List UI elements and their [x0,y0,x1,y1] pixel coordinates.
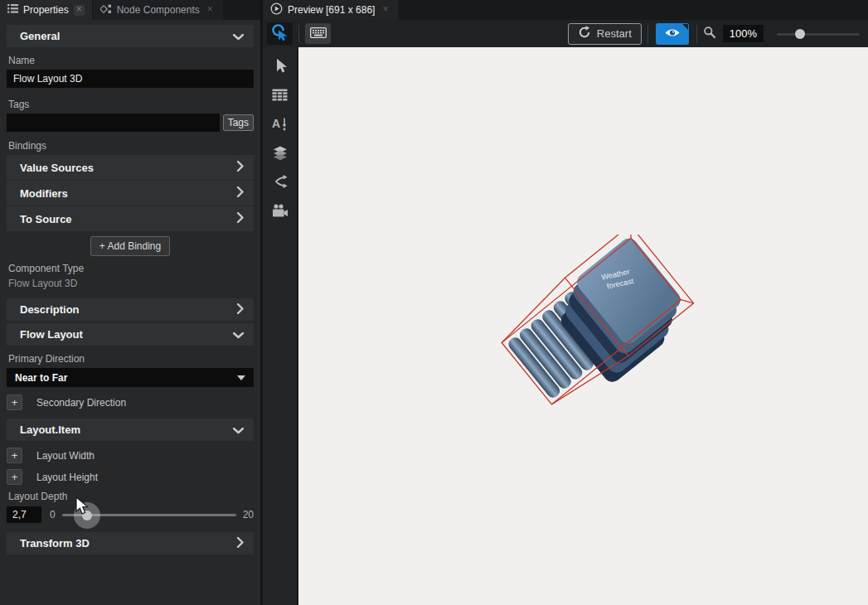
name-input[interactable] [7,70,254,88]
layout-width-label: Layout Width [36,450,95,462]
layout-depth-max: 20 [243,509,254,520]
secondary-direction-label: Secondary Direction [36,397,126,409]
preview-toolstrip: A [263,47,298,605]
chevron-right-icon [237,211,244,226]
binding-row-value-sources[interactable]: Value Sources [7,155,254,180]
layers-tool-icon[interactable] [271,143,289,162]
preview-panel: Preview [691 x 686] × [263,0,868,605]
tab-node-components-label: Node Components [117,4,200,16]
section-description-title: Description [20,303,80,316]
chevron-down-icon [233,29,244,44]
flow-layout-3d-object[interactable]: Weather forecast [494,235,701,420]
section-layout-item[interactable]: Layout.Item [7,419,254,441]
tab-preview-close-icon[interactable]: × [380,5,390,16]
section-flow-layout[interactable]: Flow Layout [7,323,254,346]
preview-body: A [263,47,868,605]
add-layout-height-button[interactable]: + [7,469,22,485]
layout-height-row: + Layout Height [7,469,254,485]
toolbar-separator [298,25,299,43]
section-flow-layout-title: Flow Layout [20,328,83,341]
tags-label: Tags [8,99,254,110]
add-secondary-direction-button[interactable]: + [7,394,22,410]
layout-depth-value[interactable]: 2,7 [7,506,41,523]
toolbar-separator [647,25,648,43]
keyboard-icon [310,27,327,41]
tab-preview-label: Preview [691 x 686] [288,4,375,16]
virtual-keyboard-button[interactable] [305,23,331,44]
node-components-icon [100,4,112,17]
tab-node-components[interactable]: Node Components × [93,0,223,20]
preview-viewport[interactable]: Weather forecast [298,47,868,605]
section-description[interactable]: Description [7,298,254,321]
eye-icon [664,27,681,41]
layout-depth-min: 0 [50,509,56,520]
layout-depth-slider-row: 2,7 0 20 [7,506,254,524]
restart-label: Restart [597,27,632,40]
grid-tool-icon[interactable] [271,85,289,104]
zoom-level-value[interactable]: 100% [723,25,764,42]
primary-direction-value: Near to Far [15,372,67,384]
connections-tool-icon[interactable] [271,172,289,191]
chevron-right-icon [237,536,244,551]
tab-properties[interactable]: Properties × [0,0,92,20]
preview-toolbar: Restart 100% [263,20,868,47]
dropdown-notch-icon [682,24,688,30]
binding-row-label: Modifiers [20,187,68,200]
bindings-label: Bindings [8,140,254,152]
primary-direction-select[interactable]: Near to Far [7,368,254,387]
zoom-slider-thumb[interactable] [795,29,805,39]
text-tool-icon[interactable]: A [271,114,289,133]
binding-row-label: Value Sources [20,162,94,174]
component-type-value: Flow Layout 3D [8,278,254,289]
properties-content: General Name Tags Tags Bindings Value So… [0,20,260,605]
application-window: Properties × Node Components × General [0,0,868,605]
properties-list-icon [7,4,18,16]
toolbar-separator [696,25,697,43]
chevron-down-icon [233,423,244,438]
secondary-direction-row: + Secondary Direction [7,394,254,410]
restart-button[interactable]: Restart [568,23,642,45]
magnifier-icon [703,26,716,42]
tags-input[interactable] [7,114,220,132]
properties-panel: Properties × Node Components × General [0,0,263,605]
camera-tool-icon[interactable] [271,201,289,220]
zoom-slider-track[interactable] [777,33,860,36]
layout-height-label: Layout Height [36,472,98,483]
layout-depth-label: Layout Depth [8,491,254,502]
tab-node-components-close-icon[interactable]: × [205,5,216,16]
visibility-toggle-button[interactable] [656,23,689,45]
restart-icon [578,26,591,41]
name-label: Name [8,55,254,66]
svg-text:A: A [272,117,280,130]
section-layout-item-title: Layout.Item [20,424,80,436]
mouse-cursor [75,496,90,520]
tab-properties-close-icon[interactable]: × [74,5,85,16]
section-transform-3d[interactable]: Transform 3D [7,532,254,554]
add-binding-button[interactable]: + Add Binding [90,236,170,256]
tab-properties-label: Properties [23,4,69,16]
section-general-title: General [20,30,60,42]
chevron-right-icon [237,160,244,175]
pointer-click-icon [271,23,289,44]
layout-width-row: + Layout Width [7,448,254,463]
chevron-down-icon [233,327,244,342]
section-transform-3d-title: Transform 3D [20,537,90,549]
add-layout-width-button[interactable]: + [7,448,22,463]
select-tool-icon[interactable] [271,56,289,75]
tab-preview[interactable]: Preview [691 x 686] × [263,0,398,20]
chevron-right-icon [237,186,244,201]
binding-row-label: To Source [20,213,72,225]
binding-row-to-source[interactable]: To Source [7,206,254,231]
primary-direction-label: Primary Direction [8,353,254,365]
tags-button[interactable]: Tags [223,114,254,131]
section-general[interactable]: General [7,25,254,47]
component-type-label: Component Type [8,263,254,274]
zoom-slider[interactable] [777,27,860,41]
left-tabbar: Properties × Node Components × [0,0,260,20]
binding-row-modifiers[interactable]: Modifiers [7,181,254,206]
dropdown-caret-icon [237,375,245,380]
play-circle-icon [270,2,283,17]
chevron-right-icon [237,302,244,317]
preview-tabbar: Preview [691 x 686] × [263,0,868,20]
click-simulation-tool-button[interactable] [267,22,293,45]
